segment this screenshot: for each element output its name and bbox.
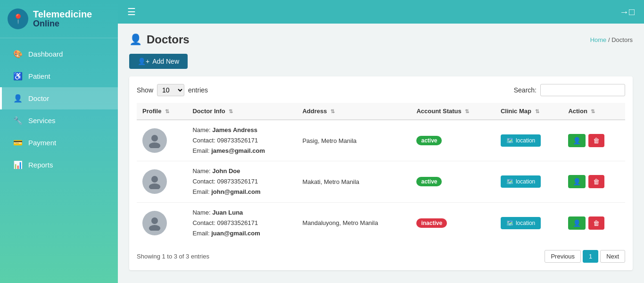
pagination: Previous 1 Next: [545, 250, 625, 263]
sort-doctor-info[interactable]: ⇅: [229, 108, 233, 114]
sort-profile[interactable]: ⇅: [165, 108, 169, 114]
show-entries-wrap: Show 10 25 50 100 entries: [137, 84, 208, 96]
sidebar-logo: 📍 Telemedicine Online: [0, 0, 118, 38]
page-title-icon: 👤: [129, 33, 142, 46]
app-logo-icon: 📍: [8, 8, 28, 29]
sidebar-label-patient: Patient: [28, 72, 50, 80]
edit-button[interactable]: 👤: [568, 216, 586, 230]
cell-profile: [137, 161, 187, 202]
sort-action[interactable]: ⇅: [591, 108, 595, 114]
cell-clinic-map: 🗺️location: [495, 120, 563, 161]
prev-button[interactable]: Previous: [545, 250, 581, 263]
sidebar-nav: 🎨 Dashboard ♿ Patient 👤 Doctor 🔧 Service…: [0, 38, 118, 176]
page-header: 👤 Doctors Home / Doctors: [129, 33, 633, 46]
delete-button[interactable]: 🗑: [588, 134, 604, 147]
status-badge: active: [416, 177, 442, 186]
col-action: Action ⇅: [562, 103, 625, 120]
hamburger-button[interactable]: ☰: [127, 6, 136, 17]
cell-status: active: [411, 120, 495, 161]
doctors-table: Profile ⇅ Doctor Info ⇅ Address ⇅ Acco: [137, 103, 625, 243]
sort-address[interactable]: ⇅: [330, 108, 335, 114]
content-area: 👤 Doctors Home / Doctors 👤+ Add New Show…: [118, 24, 644, 283]
cell-address: Mandaluyong, Metro Manila: [297, 202, 411, 243]
cell-address: Makati, Metro Manila: [297, 161, 411, 202]
app-name-top: Telemedicine: [33, 9, 92, 19]
search-input[interactable]: [540, 84, 625, 96]
col-clinic-map: Clinic Map ⇅: [495, 103, 563, 120]
page-1-button[interactable]: 1: [583, 250, 598, 263]
patient-icon: ♿: [13, 72, 23, 81]
sidebar-label-doctor: Doctor: [28, 94, 49, 102]
doctor-icon: 👤: [13, 94, 23, 103]
cell-action: 👤 🗑: [562, 202, 625, 243]
table-header-row: Profile ⇅ Doctor Info ⇅ Address ⇅ Acco: [137, 103, 625, 120]
col-account-status: Account Status ⇅: [411, 103, 495, 120]
sidebar-item-services[interactable]: 🔧 Services: [0, 109, 118, 132]
app-name-bottom: Online: [33, 19, 92, 29]
cell-clinic-map: 🗺️location: [495, 202, 563, 243]
sidebar-item-dashboard[interactable]: 🎨 Dashboard: [0, 43, 118, 65]
sidebar-label-reports: Reports: [28, 161, 53, 169]
svg-point-4: [151, 217, 158, 224]
logout-button[interactable]: →□: [619, 7, 635, 17]
add-new-button[interactable]: 👤+ Add New: [129, 54, 188, 69]
avatar: [142, 211, 167, 235]
app-name: Telemedicine Online: [33, 9, 92, 29]
location-button[interactable]: 🗺️location: [501, 134, 541, 147]
services-icon: 🔧: [13, 116, 23, 125]
cell-doctor-info: Name: James Andress Contact: 09873352617…: [187, 120, 297, 161]
entries-label: entries: [188, 86, 208, 94]
add-btn-label: Add New: [152, 58, 179, 65]
sidebar-item-reports[interactable]: 📊 Reports: [0, 154, 118, 176]
sidebar-item-payment[interactable]: 💳 Payment: [0, 132, 118, 154]
showing-text: Showing 1 to 3 of 3 entries: [137, 253, 209, 260]
reports-icon: 📊: [13, 160, 23, 169]
table-controls: Show 10 25 50 100 entries Search:: [137, 84, 625, 96]
col-address: Address ⇅: [297, 103, 411, 120]
status-badge: active: [416, 136, 442, 145]
add-icon: 👤+: [138, 58, 149, 65]
sidebar-item-doctor[interactable]: 👤 Doctor: [0, 87, 118, 109]
map-icon: 🗺️: [506, 178, 513, 185]
cell-status: inactive: [411, 202, 495, 243]
sidebar-label-services: Services: [28, 117, 56, 125]
avatar: [142, 128, 167, 153]
search-label: Search:: [514, 86, 537, 94]
page-title-wrap: 👤 Doctors: [129, 33, 190, 46]
svg-point-2: [151, 176, 158, 183]
svg-point-0: [151, 135, 158, 142]
edit-button[interactable]: 👤: [568, 175, 586, 188]
sidebar: 📍 Telemedicine Online 🎨 Dashboard ♿ Pati…: [0, 0, 118, 283]
table-row: Name: Juan Luna Contact: 098733526171 Em…: [137, 202, 625, 243]
location-button[interactable]: 🗺️location: [501, 217, 541, 229]
sidebar-item-patient[interactable]: ♿ Patient: [0, 65, 118, 87]
sort-status[interactable]: ⇅: [465, 108, 469, 114]
delete-button[interactable]: 🗑: [588, 216, 604, 230]
entries-select[interactable]: 10 25 50 100: [157, 84, 184, 96]
show-label: Show: [137, 86, 153, 94]
sort-clinic-map[interactable]: ⇅: [535, 108, 539, 114]
location-button[interactable]: 🗺️location: [501, 175, 541, 188]
page-title: Doctors: [147, 33, 190, 46]
sidebar-label-dashboard: Dashboard: [28, 50, 63, 58]
cell-action: 👤 🗑: [562, 161, 625, 202]
table-card: Show 10 25 50 100 entries Search:: [129, 76, 633, 270]
search-wrap: Search:: [514, 84, 625, 96]
edit-button[interactable]: 👤: [568, 134, 586, 147]
topbar: ☰ →□: [118, 0, 644, 24]
breadcrumb: Home / Doctors: [590, 36, 633, 43]
table-row: Name: John Doe Contact: 098733526171 Ema…: [137, 161, 625, 202]
dashboard-icon: 🎨: [13, 50, 23, 58]
col-doctor-info: Doctor Info ⇅: [187, 103, 297, 120]
delete-button[interactable]: 🗑: [588, 175, 604, 188]
breadcrumb-current: Doctors: [611, 36, 633, 43]
svg-point-1: [149, 142, 160, 148]
cell-doctor-info: Name: John Doe Contact: 098733526171 Ema…: [187, 161, 297, 202]
breadcrumb-home[interactable]: Home: [590, 36, 607, 43]
table-footer: Showing 1 to 3 of 3 entries Previous 1 N…: [137, 250, 625, 263]
next-button[interactable]: Next: [600, 250, 625, 263]
cell-clinic-map: 🗺️location: [495, 161, 563, 202]
col-profile: Profile ⇅: [137, 103, 187, 120]
svg-point-3: [149, 183, 160, 189]
cell-profile: [137, 120, 187, 161]
